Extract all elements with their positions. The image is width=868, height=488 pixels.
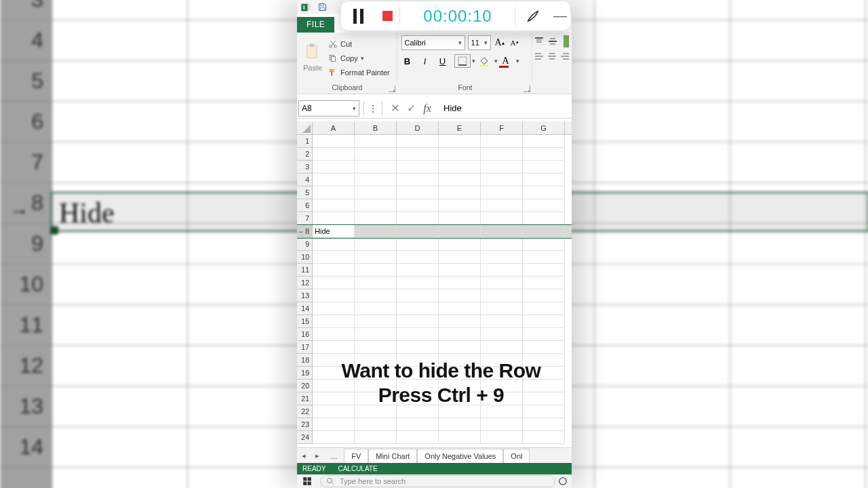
cell[interactable] xyxy=(313,148,355,161)
cell[interactable] xyxy=(397,277,439,289)
cell[interactable] xyxy=(481,431,523,444)
cell[interactable] xyxy=(355,302,397,315)
formula-input[interactable] xyxy=(435,103,572,113)
dropdown-arrow-icon[interactable]: ▾ xyxy=(472,58,475,64)
name-box[interactable]: A8 ▾ xyxy=(298,100,359,117)
cell[interactable] xyxy=(439,289,481,302)
cell[interactable] xyxy=(523,277,565,289)
cell[interactable] xyxy=(397,418,439,431)
row-header[interactable]: 1 xyxy=(297,135,313,148)
dropdown-arrow-icon[interactable]: ▾ xyxy=(361,55,364,62)
align-top-button[interactable] xyxy=(534,37,545,46)
row-header[interactable]: 23 xyxy=(297,418,313,431)
row-header[interactable]: 13 xyxy=(297,289,313,302)
minimize-button[interactable]: — xyxy=(550,1,570,30)
row-header[interactable]: 7 xyxy=(297,212,313,225)
insert-function-button[interactable]: fx xyxy=(419,100,435,117)
cell[interactable] xyxy=(439,277,481,289)
cell[interactable] xyxy=(355,431,397,444)
row-header[interactable]: 12 xyxy=(297,277,313,289)
cell[interactable] xyxy=(397,251,439,264)
row-header[interactable]: 11 xyxy=(297,264,313,277)
cancel-button[interactable]: ✕ xyxy=(387,100,403,117)
cell[interactable] xyxy=(523,418,565,431)
cell[interactable] xyxy=(313,418,355,431)
cell[interactable] xyxy=(439,431,481,444)
cell[interactable] xyxy=(397,135,439,148)
borders-button[interactable]: ▾ xyxy=(454,54,471,68)
cell[interactable] xyxy=(313,251,355,264)
table-row[interactable]: 14 xyxy=(297,302,572,315)
cell[interactable] xyxy=(481,161,523,174)
table-row[interactable]: 17 xyxy=(297,341,572,354)
cell[interactable]: Hide xyxy=(313,225,355,238)
cell[interactable] xyxy=(439,135,481,148)
cell[interactable] xyxy=(355,251,397,264)
cell[interactable] xyxy=(439,186,481,199)
cell[interactable] xyxy=(313,264,355,277)
cell[interactable] xyxy=(313,174,355,186)
screen-recorder-toolbar[interactable]: 00:00:10 — xyxy=(341,1,570,30)
cell[interactable] xyxy=(397,199,439,212)
cell[interactable] xyxy=(355,341,397,354)
format-painter-button[interactable]: Format Painter xyxy=(327,66,391,79)
row-header[interactable]: 8 xyxy=(297,225,313,238)
cell[interactable] xyxy=(397,264,439,277)
cell[interactable] xyxy=(355,135,397,148)
italic-button[interactable]: I xyxy=(419,55,431,67)
cell[interactable] xyxy=(523,431,565,444)
cell[interactable] xyxy=(439,251,481,264)
row-header[interactable]: 17 xyxy=(297,341,313,354)
sheet-tab[interactable]: Onl xyxy=(503,449,530,463)
cell[interactable] xyxy=(355,264,397,277)
expand-fbar-button[interactable]: ⋮ xyxy=(368,103,378,114)
font-name-selector[interactable]: Calibri ▾ xyxy=(401,35,465,50)
merge-cells-button[interactable] xyxy=(564,35,569,47)
cell[interactable] xyxy=(439,161,481,174)
cell[interactable] xyxy=(523,212,565,225)
table-row[interactable]: 10 xyxy=(297,251,572,264)
cell[interactable] xyxy=(481,251,523,264)
cell[interactable] xyxy=(355,289,397,302)
table-row[interactable]: 16 xyxy=(297,328,572,341)
table-row[interactable]: 6 xyxy=(297,199,572,212)
pause-button[interactable] xyxy=(341,1,375,30)
cell[interactable] xyxy=(439,328,481,341)
column-header-d[interactable]: D xyxy=(397,121,439,134)
cell[interactable] xyxy=(313,186,355,199)
sheet-tab-menu[interactable]: ... xyxy=(324,449,344,463)
cell[interactable] xyxy=(523,199,565,212)
row-header[interactable]: 20 xyxy=(297,380,313,392)
table-row[interactable]: 12 xyxy=(297,277,572,289)
cell[interactable] xyxy=(523,302,565,315)
cell[interactable] xyxy=(481,186,523,199)
cell[interactable] xyxy=(355,212,397,225)
fill-color-button[interactable]: ▾ xyxy=(476,54,492,68)
table-row[interactable]: 8Hide xyxy=(297,225,572,238)
cell[interactable] xyxy=(481,328,523,341)
table-row[interactable]: 15 xyxy=(297,315,572,328)
row-header[interactable]: 2 xyxy=(297,148,313,161)
cell[interactable] xyxy=(481,148,523,161)
cell[interactable] xyxy=(313,238,355,251)
row-header[interactable]: 19 xyxy=(297,367,313,380)
cell[interactable] xyxy=(523,238,565,251)
align-center-button[interactable] xyxy=(547,52,557,61)
cell[interactable] xyxy=(439,199,481,212)
decrease-font-size-button[interactable]: A▾ xyxy=(509,37,521,49)
cell[interactable] xyxy=(397,238,439,251)
cell[interactable] xyxy=(313,341,355,354)
cell[interactable] xyxy=(355,238,397,251)
bold-button[interactable]: B xyxy=(401,55,414,67)
cell[interactable] xyxy=(523,135,565,148)
cell[interactable] xyxy=(523,251,565,264)
enter-button[interactable]: ✓ xyxy=(403,100,419,117)
stop-button[interactable] xyxy=(375,1,399,30)
cell[interactable] xyxy=(481,212,523,225)
font-size-selector[interactable]: 11 ▾ xyxy=(468,35,491,50)
row-header[interactable]: 16 xyxy=(297,328,313,341)
row-header[interactable]: 21 xyxy=(297,392,313,405)
cell[interactable] xyxy=(439,341,481,354)
cell[interactable] xyxy=(397,289,439,302)
annotate-button[interactable] xyxy=(516,1,550,30)
